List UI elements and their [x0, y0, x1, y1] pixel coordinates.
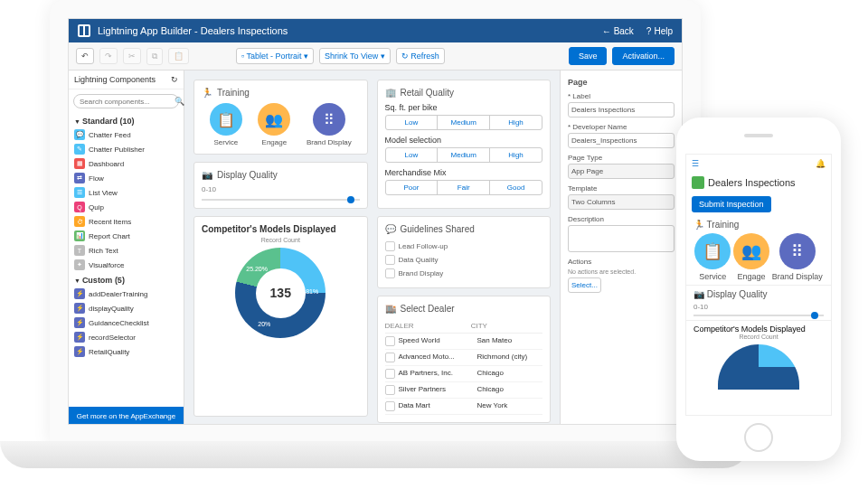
slider-handle[interactable] [347, 196, 354, 203]
engage-tile[interactable]: 👥Engage [258, 103, 290, 146]
component-item[interactable]: ▦Dashboard [69, 156, 184, 171]
slider-handle[interactable] [811, 312, 818, 319]
search-input[interactable]: 🔍 [73, 94, 179, 108]
menu-icon[interactable]: ☰ [692, 159, 699, 168]
phone-speaker [744, 134, 773, 137]
merch-segment[interactable]: PoorFairGood [385, 180, 543, 195]
props-header: Page [568, 78, 675, 87]
page-title: Lightning App Builder - Dealers Inspecti… [98, 25, 288, 36]
home-button[interactable] [744, 423, 773, 452]
guidelines-card[interactable]: 💬Guidelines Shared Lead Follow-up Data Q… [377, 216, 552, 288]
appexchange-link[interactable]: Get more on the AppExchange [69, 407, 184, 425]
paste-button[interactable]: 📋 [168, 48, 189, 64]
phone-donut [718, 344, 799, 390]
phone-screen: ☰🔔 Dealers Inspections Submit Inspection… [685, 154, 832, 416]
component-item[interactable]: ⇄Flow [69, 171, 184, 185]
refresh-button[interactable]: ↻ Refresh [396, 48, 445, 64]
back-button[interactable]: ← Back [602, 26, 634, 36]
table-row[interactable]: Speed WorldSan Mateo [385, 334, 543, 350]
service-tile[interactable]: 📋Service [210, 103, 242, 146]
devname-input[interactable]: Dealers_Inspections [568, 133, 675, 148]
component-item[interactable]: ⚡addDealerTraining [69, 287, 184, 301]
chat-icon: 💬 [385, 224, 396, 234]
running-icon: 🏃 [202, 88, 212, 98]
label-input[interactable]: Dealers Inspections [568, 102, 675, 118]
standard-category[interactable]: Standard (10) [69, 113, 184, 127]
dealers-card[interactable]: 🏬Select Dealer DEALERCITY Speed WorldSan… [377, 296, 552, 423]
training-card[interactable]: 🏃Training 📋Service 👥Engage ⠿Brand Displa… [193, 80, 368, 155]
titlebar: Lightning App Builder - Dealers Inspecti… [69, 19, 682, 42]
activation-button[interactable]: Activation... [612, 47, 675, 65]
laptop-frame: Lightning App Builder - Dealers Inspecti… [50, 0, 701, 443]
redo-button[interactable]: ↷ [99, 48, 118, 64]
building-icon: 🏢 [385, 88, 396, 98]
refresh-components-icon[interactable]: ↻ [171, 75, 178, 84]
component-item[interactable]: ⚡RetailQuality [69, 344, 184, 359]
camera-icon: 📷 [202, 170, 212, 180]
donut-chart: 25.20% 54.81% 20% 135 [235, 248, 326, 338]
retail-quality-card[interactable]: 🏢Retail Quality Sq. ft. per bike LowMedi… [377, 80, 552, 209]
component-item[interactable]: ☰List View [69, 185, 184, 200]
bell-icon[interactable]: 🔔 [816, 159, 826, 168]
component-item[interactable]: ✦Visualforce [69, 258, 184, 272]
properties-panel: Page * LabelDealers Inspections * Develo… [560, 71, 682, 425]
laptop-base [0, 441, 750, 468]
cut-button[interactable]: ✂ [123, 48, 141, 64]
component-item[interactable]: ⏱Recent Items [69, 214, 184, 229]
phone-frame: ☰🔔 Dealers Inspections Submit Inspection… [676, 118, 841, 461]
undo-button[interactable]: ↶ [76, 48, 94, 64]
description-input[interactable] [568, 225, 675, 252]
components-panel: Lightning Components↻ 🔍 Standard (10) 💬C… [69, 71, 184, 425]
app-logo-icon [78, 24, 90, 37]
sqft-segment[interactable]: LowMediumHigh [385, 115, 543, 130]
custom-category[interactable]: Custom (5) [69, 272, 184, 287]
component-item[interactable]: ✎Chatter Publisher [69, 142, 184, 156]
app-screen: Lightning App Builder - Dealers Inspecti… [68, 18, 683, 425]
component-item[interactable]: 💬Chatter Feed [69, 127, 184, 142]
phone-title: Dealers Inspections [686, 173, 831, 193]
app-icon [692, 176, 704, 189]
search-icon: 🔍 [175, 97, 184, 106]
brand-tile[interactable]: ⠿Brand Display [772, 233, 823, 281]
component-item[interactable]: QQuip [69, 200, 184, 214]
component-item[interactable]: ⚡GuidanceChecklist [69, 315, 184, 330]
component-item[interactable]: ⚡displayQuality [69, 301, 184, 315]
table-row[interactable]: AB Partners, Inc.Chicago [385, 366, 543, 382]
submit-button[interactable]: Submit Inspection [692, 196, 771, 212]
select-actions-button[interactable]: Select... [568, 277, 601, 293]
checkbox-item[interactable]: Data Quality [385, 253, 543, 267]
brand-tile[interactable]: ⠿Brand Display [307, 103, 352, 146]
component-item[interactable]: 📊Report Chart [69, 229, 184, 243]
competitors-card[interactable]: Competitor's Models Displayed Record Cou… [193, 216, 368, 417]
table-row[interactable]: Silver PartnersChicago [385, 382, 543, 399]
list-icon: 🏬 [385, 304, 396, 314]
model-segment[interactable]: LowMediumHigh [385, 147, 543, 163]
view-select[interactable]: Shrink To View ▾ [319, 48, 391, 64]
device-select[interactable]: ▫ Tablet - Portrait ▾ [236, 48, 314, 64]
copy-button[interactable]: ⧉ [146, 48, 163, 65]
engage-tile[interactable]: 👥Engage [733, 233, 769, 281]
help-button[interactable]: ? Help [646, 26, 673, 36]
component-item[interactable]: TRich Text [69, 243, 184, 258]
display-quality-card[interactable]: 📷Display Quality 0-10 [193, 162, 368, 209]
components-header: Lightning Components [74, 75, 156, 84]
checkbox-item[interactable]: Brand Display [385, 267, 543, 280]
toolbar: ↶ ↷ ✂ ⧉ 📋 ▫ Tablet - Portrait ▾ Shrink T… [69, 42, 682, 71]
table-row[interactable]: Data MartNew York [385, 399, 543, 415]
component-item[interactable]: ⚡recordSelector [69, 330, 184, 344]
service-tile[interactable]: 📋Service [694, 233, 731, 281]
template-field: Two Columns [568, 194, 675, 210]
save-button[interactable]: Save [569, 47, 608, 65]
table-row[interactable]: Advanced Moto...Richmond (city) [385, 350, 543, 366]
canvas: 🏃Training 📋Service 👥Engage ⠿Brand Displa… [184, 71, 560, 425]
pagetype-field: App Page [568, 164, 675, 179]
checkbox-item[interactable]: Lead Follow-up [385, 240, 543, 253]
